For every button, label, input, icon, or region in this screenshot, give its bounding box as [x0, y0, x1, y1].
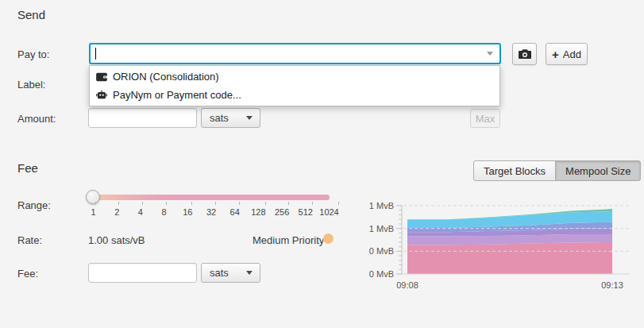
- send-heading: Send: [17, 8, 45, 21]
- priority-label: Medium Priority: [253, 234, 324, 246]
- slider-tick-512: 512: [305, 202, 319, 217]
- chart-area-band-1: [407, 242, 612, 274]
- chart-xtick-label: 09:13: [601, 280, 623, 290]
- rate-value: 1.00 sats/vB: [88, 234, 145, 246]
- slider-tick-64: 64: [234, 202, 244, 217]
- add-button[interactable]: +Add: [546, 43, 588, 65]
- priority-dot: [323, 233, 334, 244]
- camera-button[interactable]: [512, 43, 537, 65]
- toggle-mempool-size[interactable]: Mempool Size: [555, 160, 641, 181]
- amount-unit-value: sats: [210, 112, 229, 124]
- slider-tick-128: 128: [258, 202, 272, 217]
- fee-unit-value: sats: [210, 267, 229, 279]
- text-caret: [95, 48, 96, 60]
- slider-tick-2: 2: [117, 202, 121, 217]
- camera-icon: [519, 48, 531, 60]
- pay-to-dropdown-list: ORION (Consolidation)PayNym or Payment c…: [89, 65, 500, 106]
- pay-to-dropdown-arrow[interactable]: [480, 44, 499, 63]
- fee-field-label: Fee:: [17, 268, 38, 280]
- slider-tick-256: 256: [282, 202, 296, 217]
- slider-tick-8: 8: [164, 202, 168, 217]
- slider-tick-32: 32: [211, 202, 221, 217]
- slider-tick-16: 16: [187, 202, 197, 217]
- pay-to-combobox[interactable]: [89, 43, 501, 64]
- amount-label: Amount:: [17, 113, 56, 125]
- dropdown-item-label: ORION (Consolidation): [113, 71, 219, 83]
- amount-unit-select[interactable]: sats: [201, 108, 260, 128]
- dropdown-item[interactable]: ORION (Consolidation): [90, 68, 499, 86]
- amount-input[interactable]: [88, 108, 197, 128]
- pay-to-label: Pay to:: [17, 48, 49, 60]
- chevron-down-icon: [487, 52, 493, 56]
- chevron-down-icon: [246, 116, 253, 120]
- plus-icon: +: [552, 48, 559, 60]
- fee-heading: Fee: [17, 161, 38, 175]
- toggle-target-blocks[interactable]: Target Blocks: [473, 160, 556, 181]
- add-button-label: Add: [563, 48, 581, 60]
- fee-unit-select[interactable]: sats: [201, 263, 260, 283]
- fee-input[interactable]: [88, 263, 197, 283]
- chevron-down-icon: [246, 271, 253, 275]
- chart-ytick-label: 1 MvB: [369, 224, 394, 233]
- chart-xtick-label: 09:08: [396, 280, 418, 290]
- chart-ytick-label: 0 MvB: [369, 269, 394, 279]
- range-label: Range:: [17, 199, 51, 211]
- range-slider-track[interactable]: [87, 195, 330, 200]
- slider-tick-1024: 1024: [329, 202, 348, 217]
- dropdown-item-label: PayNym or Payment code...: [113, 89, 241, 101]
- send-screen: Send Pay to: +Add ORION (Consolidation)P…: [0, 0, 644, 328]
- rate-label: Rate:: [17, 234, 42, 246]
- mempool-size-chart: 1 MvB1 MvB0 MvB0 MvB09:0809:13: [365, 197, 639, 294]
- max-button[interactable]: Max: [470, 109, 500, 128]
- fee-chart-toggle: Target BlocksMempool Size: [473, 160, 641, 181]
- robot-icon: [96, 90, 107, 100]
- chart-ytick-label: 1 MvB: [369, 201, 394, 210]
- slider-tick-4: 4: [140, 202, 145, 217]
- range-slider-ticks: 12481632641282565121024: [93, 202, 331, 218]
- wallet-icon: [96, 72, 107, 82]
- label-label: Label:: [17, 79, 45, 91]
- slider-tick-1: 1: [93, 202, 98, 217]
- chart-ytick-label: 0 MvB: [369, 246, 394, 256]
- dropdown-item[interactable]: PayNym or Payment code...: [90, 86, 499, 104]
